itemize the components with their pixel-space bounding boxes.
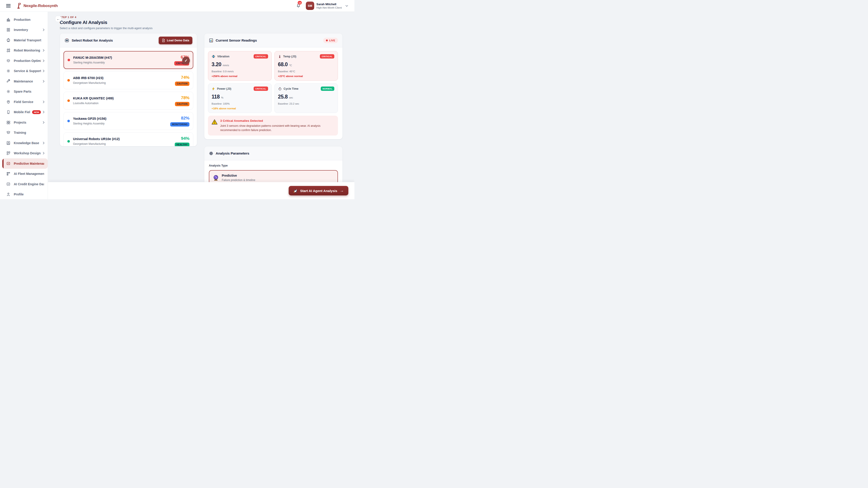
status-dot <box>68 59 70 61</box>
chevron-right-icon <box>42 70 44 72</box>
thermometer-icon <box>278 55 281 59</box>
sidebar-item-maintenance[interactable]: Maintenance <box>0 76 48 87</box>
health-percent: 82% <box>170 116 189 121</box>
vibration-icon <box>212 55 215 59</box>
bar-chart-color-icon <box>209 38 213 43</box>
sidebar-item-material-transport[interactable]: Material Transport <box>0 35 48 45</box>
sensor-panel-title: Current Sensor Readings <box>216 38 257 42</box>
user-info: Sarah Mitchell High-Net-Worth Client <box>316 2 342 9</box>
robot-row-abb[interactable]: ABB IRB 6700 (#23) Georgetown Manufactur… <box>64 71 193 89</box>
chevron-right-icon <box>42 80 44 83</box>
sidebar-item-field-service[interactable]: Field Service <box>0 97 48 107</box>
robot-row-universal[interactable]: Universal Robots UR10e (#12) Georgetown … <box>64 132 193 147</box>
top-header: Nexgile-Robosynth 13 SM Sarah Mitchell H… <box>0 0 354 12</box>
sensor-readings-panel: Current Sensor Readings LIVE <box>204 33 343 139</box>
sensor-card-temp: Temp (J3) CRITICAL 68.0 °C Baseline: 45°… <box>274 51 338 80</box>
sidebar-item-mobile-field[interactable]: Mobile Fiel NEW <box>0 107 48 118</box>
sensor-status-badge: CRITICAL <box>320 54 334 59</box>
sidebar-item-robot-monitoring[interactable]: Robot Monitoring <box>0 45 48 56</box>
sidebar-item-production-optimization[interactable]: Production Optimiz <box>0 56 48 66</box>
status-badge: HEALTHY <box>175 142 189 147</box>
chevron-right-icon <box>42 111 44 113</box>
robot-row-kuka[interactable]: KUKA KR QUANTEC (#89) Louisville Automat… <box>64 92 193 109</box>
lightning-icon <box>212 87 215 91</box>
chevron-right-icon <box>42 49 44 52</box>
chevron-right-icon <box>42 29 44 31</box>
map-pin-icon <box>6 100 11 104</box>
sidebar-item-inventory[interactable]: Inventory <box>0 25 48 35</box>
status-badge: CAUTION <box>175 102 189 106</box>
wrench-icon <box>6 79 11 84</box>
brand-logo[interactable]: Nexgile-Robosynth <box>16 3 58 9</box>
main-content: ← STEP 1 OF 4 Configure AI Analysis Sele… <box>48 12 354 199</box>
health-percent: 94% <box>175 136 189 141</box>
sidebar-item-service-support[interactable]: Service & Support <box>0 66 48 76</box>
hamburger-menu-icon[interactable] <box>6 3 11 8</box>
layers-icon <box>6 59 11 63</box>
sidebar-item-predictive-maintenance[interactable]: Predictive Maintenance <box>2 158 48 169</box>
warning-icon <box>212 119 217 125</box>
chevron-right-icon <box>42 142 44 144</box>
book-icon <box>6 141 11 145</box>
page-subtitle: Select a robot and configure parameters … <box>60 27 343 30</box>
crystal-ball-icon <box>213 175 219 181</box>
avatar[interactable]: SM <box>306 2 314 10</box>
analysis-type-label: Analysis Type <box>209 164 338 167</box>
start-analysis-button[interactable]: Start AI Agent Analysis → <box>289 186 348 195</box>
sidebar-item-profile[interactable]: Profile <box>0 189 48 199</box>
robot-row-fanuc[interactable]: FANUC M-20iA/35M (#47) Sterling Heights … <box>64 51 193 69</box>
action-footer: Start AI Agent Analysis → <box>48 182 354 199</box>
cart-icon <box>6 38 11 42</box>
chevron-down-icon[interactable] <box>345 4 348 6</box>
sidebar-item-knowledge-base[interactable]: Knowledge Base <box>0 138 48 148</box>
page-title: Configure AI Analysis <box>60 20 343 25</box>
bar-chart-icon <box>6 18 11 22</box>
sensor-panel-header: Current Sensor Readings LIVE <box>204 33 342 47</box>
chevron-right-icon <box>42 101 44 103</box>
sensor-card-cycle-time: Cycle Time NORMAL 25.8 sec Baseline: 23.… <box>274 84 338 113</box>
params-panel-title: Analysis Parameters <box>216 151 249 156</box>
sensor-value: 3.20 <box>212 61 221 68</box>
selected-check-icon: ✓ <box>182 57 190 64</box>
health-percent: 78% <box>175 95 189 100</box>
chevron-right-icon <box>42 152 44 155</box>
brand-name: Nexgile-Robosynth <box>24 4 58 8</box>
sidebar-item-ai-fleet-management[interactable]: AI Fleet Management <box>0 169 48 179</box>
phone-icon <box>6 110 11 114</box>
status-dot <box>67 140 70 142</box>
robot-arm-logo-icon <box>16 3 22 9</box>
status-dot <box>67 79 70 82</box>
sidebar-item-workshop-design[interactable]: Workshop Design T <box>0 148 48 159</box>
robot-icon <box>64 38 69 43</box>
sidebar-item-ai-credit-engine[interactable]: AI Credit Engine Dashb <box>0 179 48 189</box>
health-percent: 74% <box>175 75 189 80</box>
step-indicator: STEP 1 OF 4 <box>60 16 343 19</box>
stopwatch-icon <box>278 87 282 91</box>
status-badge: MONITORING <box>170 122 189 127</box>
back-button[interactable]: ← <box>55 16 61 22</box>
page-header: ← STEP 1 OF 4 Configure AI Analysis Sele… <box>48 12 354 30</box>
robot-panel-header: Select Robot for Analysis Load Demo Data <box>60 33 197 47</box>
sidebar-item-projects[interactable]: Projects <box>0 117 48 128</box>
chevron-right-icon <box>42 121 44 124</box>
shapes-grid-icon <box>6 48 11 53</box>
sun-icon <box>6 89 11 94</box>
load-demo-data-button[interactable]: Load Demo Data <box>159 37 192 44</box>
user-role: High-Net-Worth Client <box>316 6 342 9</box>
grid-icon <box>6 120 11 125</box>
graduation-icon <box>6 130 11 135</box>
chevron-right-icon <box>42 59 44 62</box>
notifications-button[interactable]: 13 <box>296 3 301 9</box>
robot-row-yaskawa[interactable]: Yaskawa GP25 (#156) Sterling Heights Ass… <box>64 112 193 130</box>
sidebar-item-training[interactable]: Training <box>0 128 48 138</box>
person-icon <box>6 192 11 197</box>
file-plus-icon <box>162 39 165 42</box>
sidebar-item-spare-parts[interactable]: Spare Parts <box>0 87 48 97</box>
sidebar: Production Inventory Material Transport … <box>0 12 48 199</box>
workshop-grid-icon <box>6 151 11 156</box>
alert-title: 3 Critical Anomalies Detected <box>220 119 334 123</box>
critical-anomalies-alert: 3 Critical Anomalies Detected Joint 3 se… <box>208 116 338 135</box>
sidebar-item-production[interactable]: Production <box>0 14 48 25</box>
new-badge: NEW <box>32 110 41 114</box>
sensor-status-badge: CRITICAL <box>254 87 268 91</box>
